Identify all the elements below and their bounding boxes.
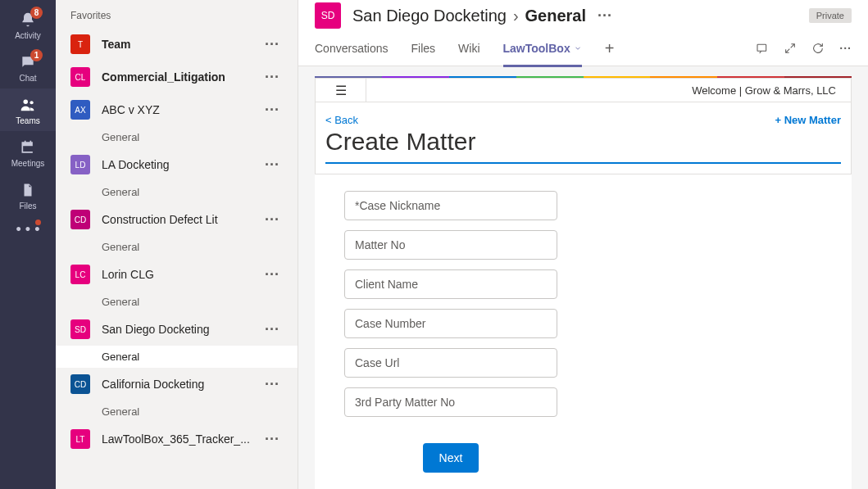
team-name-label: LawToolBox_365_Tracker_... <box>102 432 261 446</box>
team-avatar-icon: CD <box>70 210 90 229</box>
tab-more-icon[interactable]: ··· <box>839 42 852 55</box>
field-3[interactable] <box>344 309 557 338</box>
team-avatar-icon: LD <box>70 155 90 174</box>
team-row[interactable]: T Team ··· <box>56 28 298 61</box>
team-more-icon[interactable]: ··· <box>261 156 283 174</box>
team-row[interactable]: AX ABC v XYZ ··· <box>56 93 298 126</box>
team-more-icon[interactable]: ··· <box>261 376 283 393</box>
team-avatar-icon: AX <box>70 100 90 120</box>
tab-actions: ··· <box>756 42 852 55</box>
team-more-icon[interactable]: ··· <box>261 321 283 338</box>
channel-row[interactable]: General <box>56 126 298 148</box>
favorites-header: Favorites <box>56 10 298 28</box>
team-row[interactable]: LT LawToolBox_365_Tracker_... ··· <box>56 423 298 455</box>
more-notification-dot <box>35 220 41 225</box>
team-row[interactable]: SD San Diego Docketing ··· <box>56 313 298 346</box>
chevron-right-icon: › <box>513 7 519 25</box>
header-more-icon[interactable]: ··· <box>598 7 612 25</box>
breadcrumb: San Diego Docketing › General <box>352 7 586 25</box>
next-button[interactable]: Next <box>423 443 479 473</box>
team-name-label: LA Docketing <box>102 158 261 171</box>
team-more-icon[interactable]: ··· <box>261 211 283 229</box>
team-name-label: California Docketing <box>102 378 261 391</box>
tab-bar: ConversationsFilesWikiLawToolBox + ··· <box>298 32 868 66</box>
field-2[interactable] <box>344 269 557 299</box>
teams-icon <box>18 95 38 115</box>
team-avatar-icon: CL <box>70 67 90 87</box>
team-avatar-icon: LT <box>70 429 90 449</box>
rail-label: Chat <box>19 74 36 83</box>
svg-point-1 <box>30 101 33 104</box>
team-name-label: Team <box>102 38 261 51</box>
team-avatar: SD <box>315 2 341 29</box>
team-avatar-icon: LC <box>70 265 90 284</box>
channel-row[interactable]: General <box>56 346 298 368</box>
team-row[interactable]: CD Construction Defect Lit ··· <box>56 203 298 236</box>
field-5[interactable] <box>344 387 557 417</box>
team-name-label: Lorin CLG <box>102 268 261 281</box>
reply-icon[interactable] <box>756 42 769 55</box>
tab-lawtoolbox[interactable]: LawToolBox <box>503 33 582 67</box>
team-row[interactable]: LC Lorin CLG ··· <box>56 258 298 291</box>
team-row[interactable]: LD LA Docketing ··· <box>56 148 298 181</box>
rail-teams[interactable]: Teams <box>0 88 56 131</box>
team-name-label: ABC v XYZ <box>102 103 261 116</box>
team-row[interactable]: CD California Docketing ··· <box>56 368 298 401</box>
team-more-icon[interactable]: ··· <box>261 36 283 53</box>
field-1[interactable] <box>344 230 557 260</box>
activity-badge: 8 <box>30 7 43 19</box>
team-more-icon[interactable]: ··· <box>261 431 283 448</box>
channel-row[interactable]: General <box>56 291 298 313</box>
rail-chat[interactable]: 1 Chat <box>0 46 56 88</box>
team-more-icon[interactable]: ··· <box>261 69 283 86</box>
svg-rect-2 <box>757 44 766 51</box>
channel-row[interactable]: General <box>56 401 298 423</box>
crumb-team[interactable]: San Diego Docketing <box>352 7 507 25</box>
card-header: < Back + New Matter Create Matter <box>315 102 852 174</box>
rail-meetings[interactable]: Meetings <box>0 131 56 174</box>
title-underline <box>325 162 841 164</box>
main-panel: SD San Diego Docketing › General ··· Pri… <box>298 0 868 489</box>
chat-badge: 1 <box>30 49 43 61</box>
rail-label: Files <box>19 201 36 211</box>
channel-row[interactable]: General <box>56 181 298 203</box>
rail-more[interactable]: • • • <box>0 221 56 238</box>
chevron-down-icon <box>574 44 582 52</box>
team-avatar-icon: CD <box>70 374 90 394</box>
team-row[interactable]: CL Commercial_Litigation ··· <box>56 61 298 93</box>
rail-activity[interactable]: 8 Activity <box>0 3 56 46</box>
team-name-label: Construction Defect Lit <box>102 213 261 226</box>
crumb-channel[interactable]: General <box>525 7 586 25</box>
refresh-icon[interactable] <box>811 42 825 55</box>
app-toolbar: ☰ Welcome | Grow & Marrs, LLC <box>315 78 852 102</box>
hamburger-icon[interactable]: ☰ <box>316 79 366 102</box>
team-name-label: San Diego Docketing <box>102 323 261 336</box>
back-link[interactable]: < Back <box>325 114 358 126</box>
field-4[interactable] <box>344 348 557 378</box>
app-rail: 8 Activity 1 Chat Teams Meetings Files •… <box>0 0 56 489</box>
privacy-badge: Private <box>809 8 852 23</box>
tab-wiki[interactable]: Wiki <box>458 33 479 67</box>
channel-row[interactable]: General <box>56 236 298 258</box>
team-name-label: Commercial_Litigation <box>102 70 261 84</box>
rail-label: Teams <box>16 116 39 125</box>
bell-icon: 8 <box>18 10 38 29</box>
files-icon <box>18 180 38 200</box>
tab-conversations[interactable]: Conversations <box>315 33 389 67</box>
expand-icon[interactable] <box>784 42 797 55</box>
create-matter-form: Next <box>315 174 852 489</box>
rail-label: Meetings <box>11 159 45 168</box>
team-more-icon[interactable]: ··· <box>261 266 283 283</box>
team-list-panel: Favorites T Team ···CL Commercial_Litiga… <box>56 0 298 489</box>
rail-label: Activity <box>15 31 41 40</box>
svg-point-0 <box>24 99 29 104</box>
chat-icon: 1 <box>18 52 38 72</box>
field-0[interactable] <box>344 191 557 220</box>
tab-files[interactable]: Files <box>411 33 436 67</box>
rail-files[interactable]: Files <box>0 174 56 216</box>
team-avatar-icon: T <box>70 34 90 54</box>
page-title: Create Matter <box>325 128 841 156</box>
team-more-icon[interactable]: ··· <box>261 102 283 119</box>
new-matter-link[interactable]: + New Matter <box>775 114 841 126</box>
add-tab-button[interactable]: + <box>605 39 615 58</box>
